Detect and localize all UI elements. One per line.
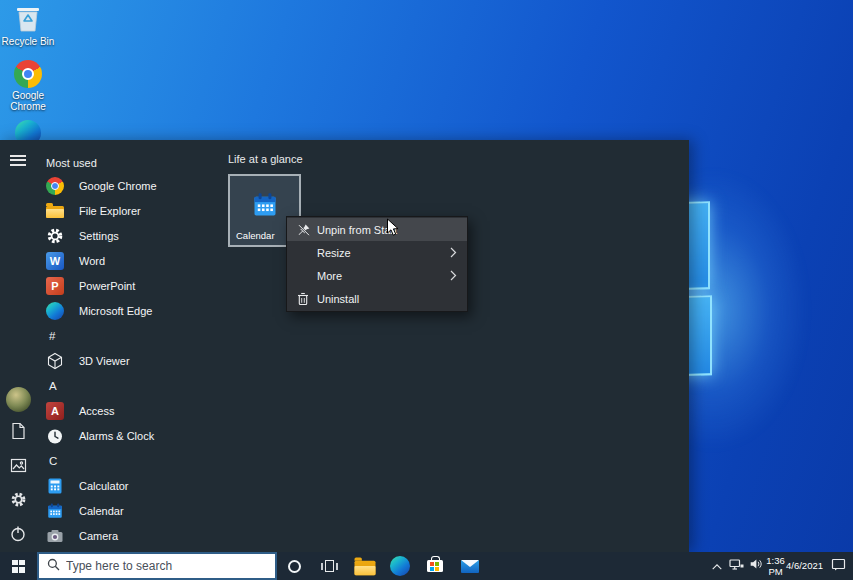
- taskbar-file-explorer-button[interactable]: [347, 552, 382, 580]
- app-label: Calculator: [79, 480, 129, 492]
- gear-icon: [46, 227, 64, 245]
- start-app-list: Most used Google Chrome File Explorer: [36, 153, 222, 548]
- app-label: 3D Viewer: [79, 355, 130, 367]
- start-app-calendar[interactable]: Calendar: [36, 498, 222, 523]
- tiles-group-header[interactable]: Life at a glance: [228, 153, 303, 165]
- context-item-resize[interactable]: Resize: [287, 241, 467, 264]
- taskbar: 1:36 PM 4/6/2021: [0, 552, 853, 580]
- app-label: Calendar: [79, 505, 124, 517]
- tile-label: Calendar: [236, 230, 275, 241]
- calendar-icon: [251, 191, 279, 223]
- tray-show-hidden-icons[interactable]: [707, 552, 727, 580]
- start-app-word[interactable]: W Word: [36, 248, 222, 273]
- calculator-icon: [46, 477, 64, 495]
- camera-icon: [46, 527, 64, 545]
- 3d-viewer-icon: [46, 352, 64, 370]
- tray-volume-button[interactable]: [746, 552, 765, 580]
- section-header-a[interactable]: A: [36, 373, 222, 398]
- app-label: Google Chrome: [79, 180, 157, 192]
- mouse-cursor: [386, 218, 401, 242]
- start-app-access[interactable]: A Access: [36, 398, 222, 423]
- chrome-icon: [14, 60, 42, 88]
- edge-icon: [46, 302, 64, 320]
- context-item-label: Resize: [317, 247, 351, 259]
- taskbar-cortana-button[interactable]: [277, 552, 312, 580]
- start-pictures-button[interactable]: [0, 452, 36, 482]
- taskbar-mail-button[interactable]: [452, 552, 487, 580]
- chrome-icon: [46, 177, 64, 195]
- section-header-hash[interactable]: #: [36, 323, 222, 348]
- pictures-icon: [10, 458, 27, 477]
- chevron-right-icon: [450, 247, 457, 258]
- desktop-icon-label: Google Chrome: [4, 90, 52, 112]
- action-center-icon: [831, 557, 846, 575]
- desktop-icon-label: Recycle Bin: [2, 36, 55, 47]
- chevron-up-icon: [711, 557, 723, 575]
- volume-icon: [748, 557, 763, 575]
- context-item-uninstall[interactable]: Uninstall: [287, 287, 467, 310]
- word-icon: W: [46, 252, 64, 270]
- app-label: File Explorer: [79, 205, 141, 217]
- edge-icon: [390, 556, 410, 576]
- tile-context-menu: Unpin from Start Resize More: [286, 216, 468, 312]
- taskbar-edge-button[interactable]: [382, 552, 417, 580]
- recycle-bin-icon: [15, 4, 41, 34]
- network-icon: [729, 557, 744, 575]
- documents-icon: [10, 422, 26, 444]
- start-documents-button[interactable]: [0, 418, 36, 448]
- taskbar-store-button[interactable]: [417, 552, 452, 580]
- unpin-icon: [297, 223, 317, 237]
- windows-logo-icon: [12, 560, 25, 573]
- start-app-file-explorer[interactable]: File Explorer: [36, 198, 222, 223]
- powerpoint-icon: P: [46, 277, 64, 295]
- context-item-unpin-from-start[interactable]: Unpin from Start: [287, 218, 467, 241]
- start-app-google-chrome[interactable]: Google Chrome: [36, 173, 222, 198]
- app-label: Alarms & Clock: [79, 430, 154, 442]
- clock-time: 1:36 PM: [765, 555, 786, 578]
- taskbar-task-view-button[interactable]: [312, 552, 347, 580]
- power-icon: [10, 525, 26, 546]
- start-settings-button[interactable]: [0, 486, 36, 516]
- search-input[interactable]: [66, 559, 236, 573]
- start-power-button[interactable]: [0, 520, 36, 550]
- microsoft-store-icon: [427, 560, 443, 572]
- tray-action-center-button[interactable]: [823, 552, 853, 580]
- start-menu: Most used Google Chrome File Explorer: [0, 140, 689, 552]
- start-app-camera[interactable]: Camera: [36, 523, 222, 548]
- system-tray: 1:36 PM 4/6/2021: [707, 552, 853, 580]
- start-app-settings[interactable]: Settings: [36, 223, 222, 248]
- start-app-alarms-clock[interactable]: Alarms & Clock: [36, 423, 222, 448]
- desktop-icon-recycle-bin[interactable]: Recycle Bin: [0, 4, 56, 47]
- tray-network-button[interactable]: [727, 552, 746, 580]
- context-item-label: More: [317, 270, 342, 282]
- start-app-3d-viewer[interactable]: 3D Viewer: [36, 348, 222, 373]
- start-app-microsoft-edge[interactable]: Microsoft Edge: [36, 298, 222, 323]
- cortana-icon: [288, 560, 301, 573]
- search-icon: [47, 557, 60, 575]
- app-label: Access: [79, 405, 114, 417]
- section-header-c[interactable]: C: [36, 448, 222, 473]
- app-label: PowerPoint: [79, 280, 135, 292]
- start-button[interactable]: [0, 552, 37, 580]
- clock-date: 4/6/2021: [786, 560, 823, 572]
- hamburger-icon: [10, 155, 26, 166]
- alarms-clock-icon: [46, 427, 64, 445]
- start-app-calculator[interactable]: Calculator: [36, 473, 222, 498]
- context-item-label: Uninstall: [317, 293, 359, 305]
- start-expand-button[interactable]: [0, 145, 36, 175]
- most-used-header: Most used: [36, 153, 222, 173]
- trash-icon: [297, 292, 317, 306]
- start-user-button[interactable]: [0, 384, 36, 414]
- taskbar-search[interactable]: [37, 552, 277, 580]
- folder-icon: [46, 206, 64, 218]
- context-item-more[interactable]: More: [287, 264, 467, 287]
- app-label: Camera: [79, 530, 118, 542]
- tray-clock[interactable]: 1:36 PM 4/6/2021: [765, 552, 823, 580]
- access-icon: A: [46, 402, 64, 420]
- start-app-powerpoint[interactable]: P PowerPoint: [36, 273, 222, 298]
- app-label: Microsoft Edge: [79, 305, 152, 317]
- desktop-icon-google-chrome[interactable]: Google Chrome: [0, 60, 56, 112]
- folder-icon: [354, 560, 375, 575]
- chevron-right-icon: [450, 270, 457, 281]
- app-label: Word: [79, 255, 105, 267]
